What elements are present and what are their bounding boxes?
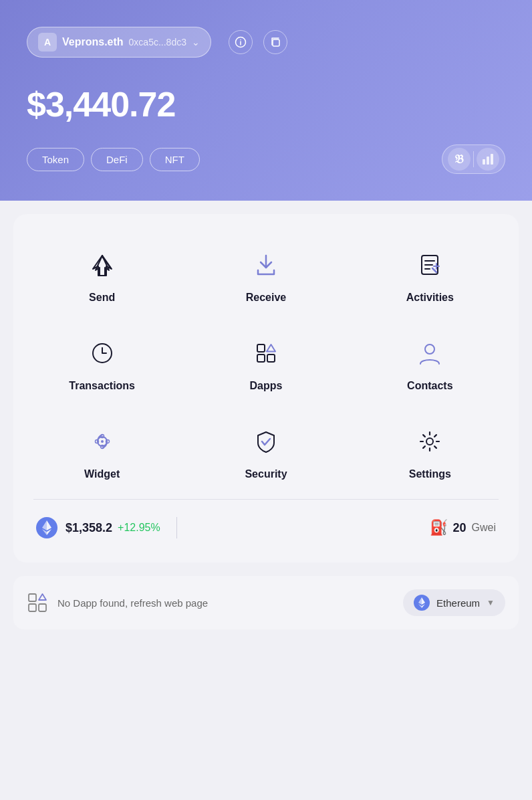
settings-icon	[412, 424, 447, 459]
contacts-label: Contacts	[407, 380, 452, 392]
svg-point-2	[240, 39, 241, 41]
tab-nft[interactable]: NFT	[150, 148, 200, 171]
gas-unit: Gwei	[472, 522, 496, 534]
eth-price-value: $1,358.2	[65, 521, 112, 535]
copy-icon	[269, 36, 281, 48]
svg-rect-19	[267, 355, 275, 362]
svg-point-28	[426, 438, 433, 445]
wallet-address: 0xca5c...8dc3	[129, 37, 186, 47]
settings-button[interactable]: Settings	[348, 411, 512, 499]
contacts-button[interactable]: Contacts	[348, 322, 512, 411]
send-label: Send	[89, 292, 115, 304]
activities-button[interactable]: Activities	[348, 234, 512, 322]
svg-marker-20	[267, 344, 275, 352]
header: A Veprons.eth 0xca5c...8dc3 ⌄ $3,44	[0, 0, 532, 201]
dapp-grid-icon	[27, 592, 48, 613]
dapp-message: No Dapp found, refresh web page	[57, 597, 208, 609]
header-bottom: Token DeFi NFT 𝔅	[27, 144, 505, 174]
action-grid: Send Receive	[20, 234, 512, 499]
svg-rect-5	[487, 157, 489, 165]
receive-button[interactable]: Receive	[184, 234, 348, 322]
chevron-down-icon: ⌄	[192, 37, 200, 47]
avatar: A	[38, 33, 57, 52]
widget-label: Widget	[84, 468, 120, 480]
widget-button[interactable]: Widget	[20, 411, 184, 499]
network-name: Ethereum	[436, 597, 480, 609]
balance-display: $3,440.72	[27, 84, 505, 124]
network-chevron-icon: ▼	[487, 598, 495, 607]
activities-label: Activities	[406, 292, 454, 304]
network-divider	[473, 151, 474, 167]
wallet-selector[interactable]: A Veprons.eth 0xca5c...8dc3 ⌄	[27, 27, 211, 58]
header-actions	[229, 30, 287, 54]
settings-label: Settings	[409, 468, 451, 480]
dapps-label: Dapps	[250, 380, 283, 392]
security-label: Security	[245, 468, 287, 480]
ethereum-logo-small	[414, 595, 430, 611]
eth-logo	[36, 517, 57, 538]
activities-icon	[412, 247, 447, 282]
main-card: Send Receive	[13, 214, 519, 563]
gas-section: ⛽ 20 Gwei	[430, 519, 496, 536]
network-icon-chart	[477, 148, 499, 171]
send-button[interactable]: Send	[20, 234, 184, 322]
receive-label: Receive	[246, 292, 287, 304]
info-icon	[235, 36, 247, 48]
gas-pump-icon: ⛽	[430, 519, 448, 536]
security-icon	[249, 424, 283, 459]
wallet-name: Veprons.eth	[62, 36, 124, 48]
transactions-icon	[85, 336, 120, 371]
contacts-icon	[412, 336, 447, 371]
svg-marker-32	[39, 594, 46, 600]
price-divider	[176, 517, 177, 538]
transactions-button[interactable]: Transactions	[20, 322, 184, 411]
svg-rect-3	[273, 39, 279, 46]
network-icons[interactable]: 𝔅	[442, 144, 505, 174]
security-button[interactable]: Security	[184, 411, 348, 499]
network-selector[interactable]: Ethereum ▼	[403, 589, 505, 616]
svg-point-21	[425, 344, 434, 354]
eth-price-change: +12.95%	[118, 522, 160, 534]
price-row: $1,358.2 +12.95% ⛽ 20 Gwei	[20, 506, 512, 549]
transactions-label: Transactions	[69, 380, 135, 392]
tab-token[interactable]: Token	[27, 148, 84, 171]
svg-rect-29	[29, 594, 36, 601]
dapps-button[interactable]: Dapps	[184, 322, 348, 411]
tab-buttons: Token DeFi NFT	[27, 148, 200, 171]
dapp-left: No Dapp found, refresh web page	[27, 592, 208, 613]
address-bar: A Veprons.eth 0xca5c...8dc3 ⌄	[27, 27, 505, 58]
dapp-bar: No Dapp found, refresh web page Ethereum…	[13, 576, 519, 629]
tab-defi[interactable]: DeFi	[91, 148, 143, 171]
widget-icon	[85, 424, 120, 459]
send-icon	[85, 247, 120, 282]
dapps-icon	[249, 336, 283, 371]
svg-rect-18	[257, 355, 265, 362]
svg-rect-31	[39, 604, 46, 611]
svg-rect-6	[491, 154, 493, 165]
copy-button[interactable]	[263, 30, 287, 54]
svg-point-23	[101, 440, 104, 443]
receive-icon	[249, 247, 283, 282]
svg-rect-30	[29, 604, 36, 611]
gas-value: 20	[453, 521, 467, 535]
svg-rect-4	[483, 159, 485, 165]
network-icon-b: 𝔅	[448, 148, 471, 171]
info-button[interactable]	[229, 30, 253, 54]
svg-rect-17	[257, 344, 265, 352]
card-divider	[33, 499, 499, 500]
